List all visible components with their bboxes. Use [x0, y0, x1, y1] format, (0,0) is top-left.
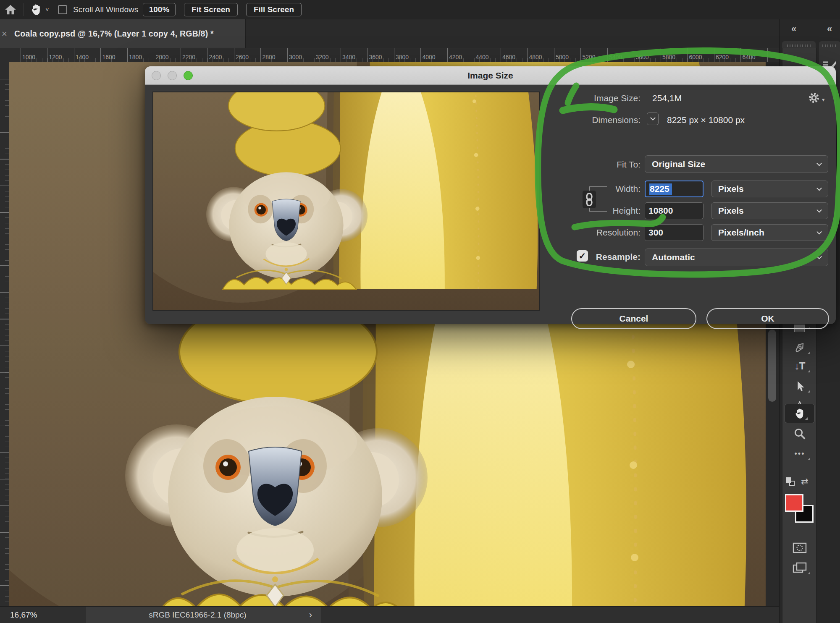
ruler-label: 1200 [49, 54, 62, 60]
ruler-label: 2600 [236, 54, 249, 60]
resample-value: Automatic [652, 252, 695, 262]
ruler-label: 3800 [396, 54, 409, 60]
ruler-label: 5800 [662, 54, 675, 60]
resample-label: Resample: [506, 252, 640, 262]
ruler-label: 1400 [76, 54, 89, 60]
photoshop-window: ˅ Scroll All Windows 100% Fit Screen Fil… [0, 0, 840, 623]
width-units-select[interactable]: Pixels [711, 181, 828, 197]
image-size-dialog: Image Size Image Size: 254,1M [145, 66, 836, 324]
ruler-label: 3400 [342, 54, 355, 60]
resolution-label: Resolution: [506, 228, 640, 238]
height-units-select[interactable]: Pixels [711, 202, 828, 219]
dialog-title: Image Size [145, 66, 836, 85]
fit-to-value: Original Size [652, 159, 705, 169]
tab-close-icon[interactable]: × [2, 29, 7, 39]
fit-to-label: Fit To: [506, 160, 640, 170]
home-icon[interactable] [4, 3, 17, 16]
dialog-body: Image Size: 254,1M ▾ Dimensions: 8225 px… [145, 85, 836, 324]
status-zoom-level[interactable]: 16,67% [10, 607, 37, 623]
image-size-label: Image Size: [506, 93, 640, 103]
ruler-label: 4800 [529, 54, 542, 60]
height-label: Height: [506, 206, 640, 216]
ruler-label: 3200 [316, 54, 329, 60]
zoom-tool[interactable] [782, 424, 817, 443]
hand-tool-icon[interactable] [29, 3, 43, 16]
resolution-units-select[interactable]: Pixels/Inch [711, 224, 828, 241]
resolution-units-value: Pixels/Inch [718, 228, 764, 238]
default-colors-icon[interactable] [786, 477, 796, 487]
width-label: Width: [506, 184, 640, 194]
ruler-label: 5000 [556, 54, 569, 60]
height-units-value: Pixels [718, 206, 744, 216]
gear-icon[interactable] [808, 92, 820, 106]
dimensions-label: Dimensions: [506, 115, 640, 125]
collapse-panel-icon[interactable]: « [791, 24, 795, 34]
width-units-value: Pixels [718, 184, 744, 194]
ruler-label: 2400 [209, 54, 222, 60]
fit-to-select[interactable]: Original Size [645, 155, 828, 173]
horizontal-ruler: 1000120014001600180020002200240026002800… [9, 48, 780, 62]
status-document-info[interactable]: sRGB IEC61966-2.1 (8bpc) › [86, 607, 321, 623]
status-chevron-icon[interactable]: › [309, 610, 321, 620]
ruler-label: 1800 [129, 54, 142, 60]
zoom-100-button[interactable]: 100% [143, 3, 176, 16]
panel-grip [822, 44, 837, 47]
pen-tool[interactable] [782, 338, 817, 357]
swap-colors-icon[interactable]: ⇄ [801, 476, 808, 487]
width-input[interactable]: 8225 [645, 181, 704, 197]
vertical-scrollbar-thumb[interactable] [768, 330, 776, 402]
ruler-label: 1600 [102, 54, 116, 60]
vertical-ruler [0, 62, 9, 606]
height-input[interactable]: 10800 [645, 202, 704, 219]
tab-title: Coala copy.psd @ 16,7% (Layer 1 copy 4, … [14, 19, 214, 48]
status-bar: 16,67% sRGB IEC61966-2.1 (8bpc) › [0, 606, 779, 623]
document-tab[interactable]: × Coala copy.psd @ 16,7% (Layer 1 copy 4… [0, 19, 246, 48]
resolution-value: 300 [648, 228, 663, 238]
ruler-label: 2800 [262, 54, 276, 60]
hand-tool[interactable] [785, 404, 814, 423]
dimensions-value: 8225 px × 10800 px [667, 115, 745, 125]
quick-mask-icon[interactable] [782, 539, 817, 557]
ruler-label: 5200 [583, 54, 596, 60]
ruler-label: 4600 [502, 54, 515, 60]
divider [24, 3, 24, 16]
ok-button[interactable]: OK [706, 308, 829, 329]
path-selection-tool[interactable] [782, 377, 817, 395]
ruler-label: 5600 [636, 54, 649, 60]
foreground-color-swatch[interactable] [785, 494, 803, 512]
ruler-label: 3600 [369, 54, 382, 60]
scroll-all-windows-label: Scroll All Windows [73, 0, 138, 19]
ruler-label: 6200 [716, 54, 729, 60]
width-value: 8225 [649, 183, 672, 195]
fit-screen-button[interactable]: Fit Screen [184, 3, 238, 16]
hand-tool-flyout-caret[interactable]: ˅ [45, 6, 49, 13]
document-tab-bar: × Coala copy.psd @ 16,7% (Layer 1 copy 4… [0, 19, 840, 48]
ruler-label: 2000 [156, 54, 169, 60]
color-profile-label: sRGB IEC61966-2.1 (8bpc) [86, 610, 309, 620]
ruler-corner [0, 48, 9, 62]
image-size-value: 254,1M [652, 93, 682, 103]
dimensions-chevron-button[interactable] [647, 113, 659, 125]
ruler-label: 4200 [449, 54, 462, 60]
panel-grip [787, 44, 811, 47]
resample-select[interactable]: Automatic [645, 249, 828, 266]
vertical-type-tool[interactable]: ↓T [782, 357, 817, 375]
ruler-label: 6000 [689, 54, 702, 60]
ruler-label: 6400 [743, 54, 756, 60]
edit-toolbar-icon[interactable]: ••• [782, 445, 817, 463]
ruler-label: 3000 [289, 54, 302, 60]
ruler-label: 4000 [423, 54, 436, 60]
scroll-all-windows-checkbox[interactable] [58, 5, 67, 14]
tool-options-bar: ˅ Scroll All Windows 100% Fit Screen Fil… [0, 0, 840, 19]
ruler-label: 4400 [476, 54, 489, 60]
dialog-titlebar[interactable]: Image Size [145, 66, 836, 85]
resolution-input[interactable]: 300 [645, 224, 704, 241]
collapse-panel-icon[interactable]: « [827, 24, 831, 34]
gear-caret-icon: ▾ [822, 97, 825, 103]
screen-mode-icon[interactable] [782, 559, 817, 577]
fill-screen-button[interactable]: Fill Screen [246, 3, 302, 16]
height-value: 10800 [648, 206, 673, 216]
ruler-label: 2200 [182, 54, 195, 60]
image-preview[interactable] [152, 92, 540, 311]
cancel-button[interactable]: Cancel [571, 308, 696, 329]
